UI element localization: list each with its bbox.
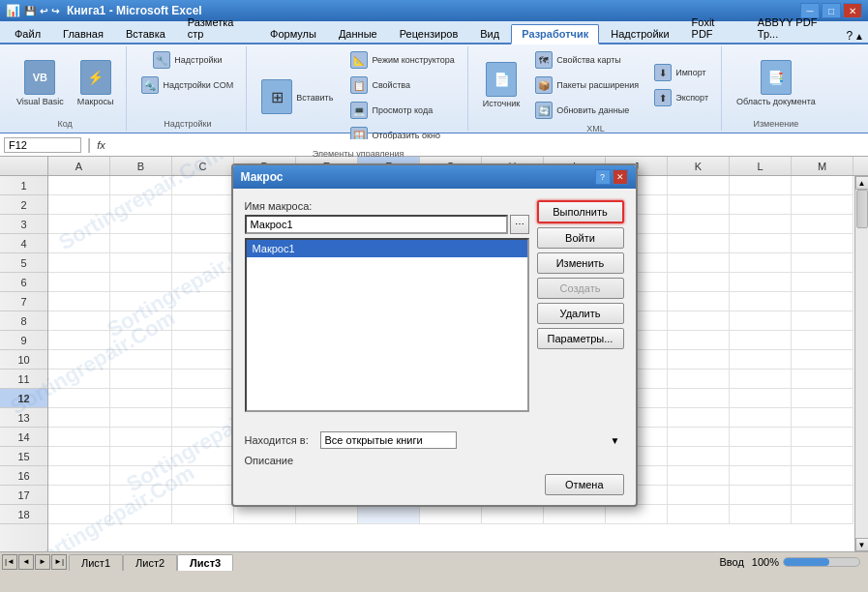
options-macro-button[interactable]: Параметры... — [537, 328, 624, 349]
macro-dialog: Макрос ? ✕ Имя макроса: ⋯ Макрос1 — [231, 163, 638, 507]
edit-macro-button[interactable]: Изменить — [537, 252, 624, 274]
tab-formulas[interactable]: Формулы — [259, 24, 327, 43]
macros-icon: ⚡ — [80, 60, 111, 95]
modal-backdrop: Макрос ? ✕ Имя макроса: ⋯ Макрос1 — [0, 157, 868, 551]
tab-review[interactable]: Рецензиров — [389, 24, 469, 43]
zoom-fill — [784, 558, 829, 566]
addins-icon: 🔧 — [153, 51, 170, 69]
refresh-data-button[interactable]: 🔄 Обновить данные — [530, 99, 644, 122]
ribbon-group-code: VB Visual Basic ⚡ Макросы Код — [4, 46, 127, 131]
ribbon-collapse-icon[interactable]: ▲ — [854, 31, 864, 42]
tab-nav-buttons: |◄ ◄ ► ►| — [0, 554, 69, 570]
map-props-icon: 🗺 — [535, 51, 553, 69]
create-macro-button[interactable]: Создать — [537, 278, 624, 299]
modal-footer: Находится в: Все открытые книги Эта книг… — [233, 424, 636, 474]
macro-list[interactable]: Макрос1 — [245, 238, 529, 412]
cell-reference-input[interactable] — [4, 137, 81, 153]
source-button[interactable]: 📄 Источник — [478, 59, 524, 111]
sheet-tab-3[interactable]: Лист3 — [177, 554, 233, 571]
cancel-button[interactable]: Отмена — [545, 474, 623, 495]
map-props-button[interactable]: 🗺 Свойства карты — [530, 48, 644, 72]
visual-basic-button[interactable]: VB Visual Basic — [12, 57, 69, 109]
ribbon-group-addins-content: 🔧 Надстройки 🔩 Надстройки COM — [136, 48, 238, 117]
description-row: Описание — [245, 453, 624, 466]
import-icon: ⬇ — [654, 64, 672, 81]
macro-list-item[interactable]: Макрос1 — [247, 240, 527, 257]
title-bar-left: 📊 💾 ↩ ↪ Книга1 - Microsoft Excel — [6, 4, 202, 17]
macro-name-input[interactable] — [245, 215, 508, 234]
macros-button[interactable]: ⚡ Макросы — [73, 57, 119, 109]
ribbon-group-modify-content: 📑 Область документа — [732, 48, 821, 117]
app-icon: 📊 — [6, 4, 20, 17]
doc-area-icon: 📑 — [761, 60, 792, 95]
modal-title: Макрос — [241, 170, 284, 184]
design-mode-icon: 📐 — [350, 51, 368, 69]
close-button[interactable]: ✕ — [843, 3, 862, 18]
properties-button[interactable]: 📋 Свойства — [345, 74, 459, 97]
tab-page-layout[interactable]: Разметка стр — [177, 13, 258, 43]
addins-com-button[interactable]: 🔩 Надстройки COM — [136, 74, 238, 97]
macro-name-label: Имя макроса: — [245, 200, 529, 212]
quick-access-undo[interactable]: ↩ — [40, 6, 47, 16]
tab-nav-next[interactable]: ► — [35, 554, 50, 570]
tab-nav-prev[interactable]: ◄ — [18, 554, 34, 570]
modal-right-section: Выполнить Войти Изменить Создать Удалить… — [537, 200, 624, 412]
tab-home[interactable]: Главная — [52, 24, 114, 43]
properties-icon: 📋 — [350, 76, 368, 94]
insert-control-button[interactable]: ⊞ Вставить — [256, 76, 338, 119]
ribbon-help-icon[interactable]: ? — [846, 29, 853, 43]
design-mode-button[interactable]: 📐 Режим конструктора — [345, 48, 459, 72]
tab-nav-last[interactable]: ►| — [51, 554, 67, 570]
sheet-tabs-area: Лист1 Лист2 Лист3 — [69, 552, 720, 571]
modal-controls: ? ✕ — [595, 169, 628, 185]
ribbon-group-controls-content: ⊞ Вставить 📐 Режим конструктора 📋 Свойст… — [256, 48, 460, 147]
status-right: Ввод 100% — [720, 556, 869, 568]
ribbon-group-addins-label: Надстройки — [164, 117, 211, 129]
addins-button[interactable]: 🔧 Надстройки — [148, 48, 226, 72]
macro-name-browse-button[interactable]: ⋯ — [510, 215, 529, 234]
location-select[interactable]: Все открытые книги Эта книга Личная книг… — [320, 431, 457, 449]
view-code-icon: 💻 — [350, 102, 368, 119]
tab-foxit[interactable]: Foxit PDF — [681, 13, 746, 43]
tab-view[interactable]: Вид — [469, 24, 510, 43]
tab-addins[interactable]: Надстройки — [600, 24, 679, 43]
step-into-button[interactable]: Войти — [537, 227, 624, 249]
modal-left-section: Имя макроса: ⋯ Макрос1 — [245, 200, 529, 412]
select-arrow-icon: ▼ — [611, 434, 620, 445]
refresh-data-icon: 🔄 — [535, 102, 553, 119]
sheet-tab-2[interactable]: Лист2 — [123, 554, 177, 571]
quick-access-save[interactable]: 💾 — [24, 6, 36, 16]
tab-file[interactable]: Файл — [4, 24, 51, 43]
tab-abbyy[interactable]: ABBYY PDF Тр... — [747, 13, 846, 43]
source-icon: 📄 — [486, 62, 517, 97]
import-button[interactable]: ⬇ Импорт — [649, 61, 713, 84]
packages-icon: 📦 — [535, 76, 553, 94]
ribbon-group-controls: ⊞ Вставить 📐 Режим конструктора 📋 Свойст… — [249, 46, 468, 131]
zoom-bar[interactable] — [783, 557, 860, 567]
tab-data[interactable]: Данные — [328, 24, 388, 43]
fx-label: fx — [97, 139, 105, 151]
sheet-tab-1[interactable]: Лист1 — [69, 554, 123, 571]
quick-access-redo[interactable]: ↪ — [51, 6, 59, 16]
location-select-wrapper: Все открытые книги Эта книга Личная книг… — [320, 431, 624, 449]
modal-cancel-row: Отмена — [233, 474, 636, 505]
ribbon: VB Visual Basic ⚡ Макросы Код 🔧 Надстрой… — [0, 44, 868, 133]
formula-input[interactable] — [109, 139, 864, 151]
formula-divider: | — [85, 136, 93, 154]
ribbon-group-xml: 📄 Источник 🗺 Свойства карты 📦 Пакеты рас… — [470, 46, 722, 131]
tab-nav-first[interactable]: |◄ — [2, 554, 17, 570]
addins-com-icon: 🔩 — [141, 76, 159, 94]
dialog-close-button[interactable]: ✕ — [613, 169, 628, 185]
doc-area-button[interactable]: 📑 Область документа — [732, 57, 821, 109]
tab-developer[interactable]: Разработчик — [511, 24, 599, 44]
export-button[interactable]: ⬆ Экспорт — [649, 86, 713, 109]
packages-button[interactable]: 📦 Пакеты расширения — [530, 74, 644, 97]
dialog-help-button[interactable]: ? — [595, 169, 611, 185]
tab-insert[interactable]: Вставка — [115, 24, 176, 43]
delete-macro-button[interactable]: Удалить — [537, 303, 624, 324]
export-icon: ⬆ — [654, 89, 672, 106]
macro-name-row: ⋯ — [245, 215, 529, 234]
ribbon-group-modify: 📑 Область документа Изменение — [724, 46, 828, 131]
run-macro-button[interactable]: Выполнить — [537, 200, 624, 223]
view-code-button[interactable]: 💻 Просмотр кода — [345, 99, 459, 122]
